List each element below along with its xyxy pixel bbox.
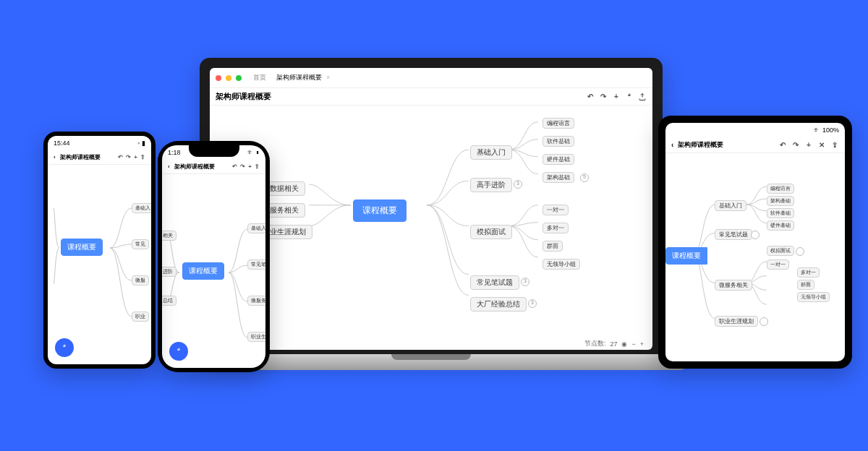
- ipad-frame: ᯤ 100% ‹架构师课程概要 ↶↷+✕⇪ 课程概要 基础入门 常: [658, 116, 852, 369]
- node-written-test[interactable]: 常见笔试题: [715, 229, 752, 240]
- redo-icon[interactable]: ↷: [126, 154, 131, 160]
- node-mock-interview[interactable]: 模拟面试: [767, 246, 794, 256]
- export-icon[interactable]: ⇪: [140, 154, 145, 160]
- device-mockup-stage: 首页 架构师课程概要× 架构师课程概要 ↶ ↷ +: [0, 0, 868, 451]
- node-frag-r3[interactable]: 微服务: [247, 296, 265, 306]
- node-frag-left3[interactable]: 总结: [162, 296, 176, 306]
- laptop-window-titlebar: 首页 架构师课程概要×: [210, 68, 652, 88]
- back-icon[interactable]: ‹: [168, 163, 170, 170]
- node-frag-r1[interactable]: 基础入: [132, 203, 151, 213]
- iphone-screen: 1:18ᯤ ▮ ‹架构师课程概要 ↶↷+⇪ 相关 进阶 总结 课程概要 基础入 …: [162, 145, 265, 368]
- node-hardware[interactable]: 硬件基础: [542, 154, 574, 165]
- node-hardware[interactable]: 硬件基础: [767, 220, 794, 231]
- node-basics[interactable]: 基础入门: [470, 145, 512, 160]
- collapse-dot[interactable]: [796, 247, 804, 256]
- node-frag-r3[interactable]: 微服: [132, 275, 149, 285]
- collapse-bigco[interactable]: 3: [528, 299, 537, 308]
- node-career[interactable]: 职业生涯规划: [715, 316, 758, 327]
- android-mindmap-canvas[interactable]: 课程概要 基础入 常见 微服 职业: [48, 160, 151, 364]
- collapse-written[interactable]: 3: [521, 278, 529, 286]
- node-root[interactable]: 课程概要: [182, 262, 224, 280]
- tab-home[interactable]: 首页: [253, 73, 266, 82]
- node-count-value: 27: [610, 340, 617, 348]
- maximize-icon[interactable]: [236, 75, 242, 81]
- undo-icon[interactable]: ↶: [586, 93, 595, 101]
- node-many1[interactable]: 多对一: [542, 223, 569, 233]
- laptop-status-line: 节点数: 27 ◉ − +: [582, 338, 647, 350]
- node-frag-r4[interactable]: 职业: [132, 312, 149, 322]
- fab-tools-button[interactable]: [169, 342, 188, 361]
- node-lang[interactable]: 编程语言: [767, 184, 794, 194]
- back-icon[interactable]: ‹: [54, 154, 56, 160]
- node-leaderless[interactable]: 无领导小组: [797, 292, 830, 302]
- laptop-screen: 首页 架构师课程概要× 架构师课程概要 ↶ ↷ +: [210, 68, 652, 350]
- node-arch-basics[interactable]: 架构基础: [767, 196, 794, 206]
- fab-tools-button[interactable]: [55, 338, 74, 357]
- add-icon[interactable]: +: [612, 93, 621, 101]
- node-bigco-exp[interactable]: 大厂经验总结: [470, 297, 527, 312]
- collapse-dot[interactable]: [751, 231, 760, 239]
- undo-icon[interactable]: ↶: [232, 163, 237, 170]
- connector-lines: [210, 101, 652, 337]
- android-frame: 15:44◦ ▮ ‹架构师课程概要 ↶↷+⇪ 课程概要 基础入 常见 微服 职业: [43, 132, 156, 369]
- node-frag-r1[interactable]: 基础入: [247, 223, 265, 233]
- node-lang[interactable]: 编程语言: [542, 118, 574, 129]
- zoom-out-icon[interactable]: −: [631, 340, 635, 348]
- node-root[interactable]: 课程概要: [353, 199, 407, 222]
- laptop-mindmap-canvas[interactable]: 大数据相关 微服务相关 职业生涯规划 3 课程概要 基础入门 高手进阶 3 模拟…: [210, 101, 652, 337]
- collapse-archbasic[interactable]: 5: [580, 173, 589, 182]
- node-root[interactable]: 课程概要: [665, 247, 707, 265]
- add-icon[interactable]: +: [134, 154, 137, 160]
- node-frag-left1[interactable]: 相关: [162, 231, 176, 241]
- doc-title: 架构师课程概要: [216, 91, 271, 102]
- export-icon[interactable]: ⇪: [255, 163, 260, 170]
- node-arch-basics[interactable]: 架构基础: [542, 172, 574, 183]
- node-leaderless[interactable]: 无领导小组: [542, 259, 580, 270]
- node-many1[interactable]: 多对一: [797, 267, 820, 278]
- android-screen: 15:44◦ ▮ ‹架构师课程概要 ↶↷+⇪ 课程概要 基础入 常见 微服 职业: [48, 136, 151, 364]
- ipad-statusbar: ᯤ 100%: [665, 123, 845, 137]
- node-written-test[interactable]: 常见笔试题: [470, 275, 519, 290]
- node-frag-r2[interactable]: 常见笔: [247, 259, 265, 270]
- node-count-label: 节点数:: [584, 339, 606, 348]
- iphone-notch: [189, 145, 239, 157]
- node-mock-interview[interactable]: 模拟面试: [470, 225, 512, 239]
- android-statusbar: 15:44◦ ▮: [48, 136, 151, 150]
- collapse-dot[interactable]: [760, 317, 768, 326]
- zoom-in-icon[interactable]: +: [640, 340, 644, 348]
- tab-bar: 首页 架构师课程概要×: [246, 71, 337, 85]
- node-1on1[interactable]: 一对一: [767, 259, 789, 270]
- redo-icon[interactable]: ↷: [599, 93, 608, 101]
- close-icon[interactable]: [216, 75, 221, 81]
- node-1on1[interactable]: 一对一: [542, 205, 569, 215]
- node-frag-r2[interactable]: 常见: [132, 239, 149, 249]
- ipad-screen: ᯤ 100% ‹架构师课程概要 ↶↷+✕⇪ 课程概要 基础入门 常: [665, 123, 845, 361]
- ipad-mindmap-canvas[interactable]: 课程概要 基础入门 常见笔试题 微服务相关 职业生涯规划 编程语言 架构基础 软…: [665, 147, 845, 361]
- node-advanced[interactable]: 高手进阶: [470, 178, 512, 192]
- node-software[interactable]: 软件基础: [767, 208, 794, 218]
- node-group[interactable]: 群面: [797, 280, 814, 290]
- add-icon[interactable]: +: [248, 163, 252, 170]
- tools-icon[interactable]: [625, 93, 634, 101]
- undo-icon[interactable]: ↶: [118, 154, 123, 160]
- close-tab-icon[interactable]: ×: [326, 74, 330, 81]
- redo-icon[interactable]: ↷: [240, 163, 245, 170]
- collapse-advanced[interactable]: 3: [514, 180, 522, 189]
- iphone-frame: 1:18ᯤ ▮ ‹架构师课程概要 ↶↷+⇪ 相关 进阶 总结 课程概要 基础入 …: [158, 141, 270, 372]
- connector-lines: [48, 160, 151, 364]
- node-frag-left2[interactable]: 进阶: [162, 267, 176, 277]
- node-software[interactable]: 软件基础: [542, 136, 574, 147]
- node-root[interactable]: 课程概要: [61, 239, 103, 256]
- node-group[interactable]: 群面: [542, 241, 563, 252]
- node-basics[interactable]: 基础入门: [715, 200, 746, 211]
- tab-document[interactable]: 架构师课程概要×: [276, 73, 330, 82]
- node-frag-r4[interactable]: 职业生: [247, 332, 265, 342]
- minimize-icon[interactable]: [226, 75, 231, 81]
- export-icon[interactable]: [638, 93, 647, 101]
- view-icon[interactable]: ◉: [621, 340, 627, 348]
- node-microservice[interactable]: 微服务相关: [715, 280, 752, 291]
- iphone-mindmap-canvas[interactable]: 相关 进阶 总结 课程概要 基础入 常见笔 微服务 职业生: [162, 170, 265, 368]
